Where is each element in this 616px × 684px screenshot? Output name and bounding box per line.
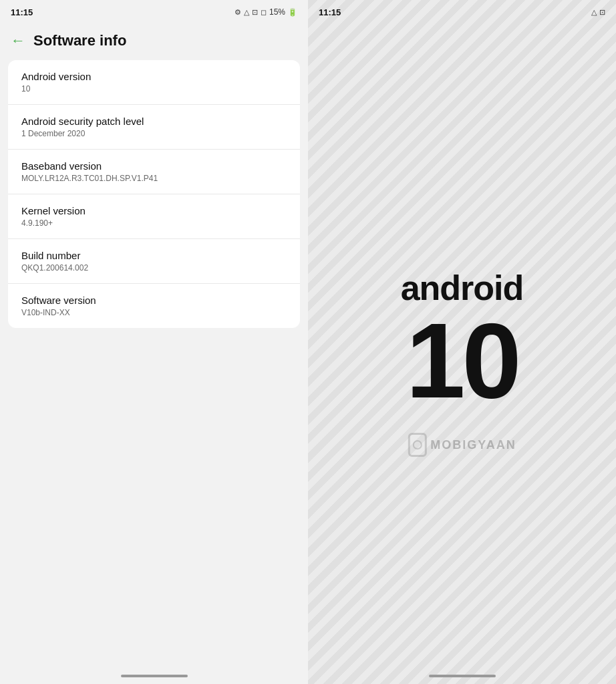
software-version-value: V10b-IND-XX <box>21 308 287 317</box>
watermark-text: MOBIGYAAN <box>430 438 516 452</box>
status-bar-right: 11:15 △ ⊡ <box>308 0 616 24</box>
battery-indicator: 15% <box>269 7 285 17</box>
status-bar-left: 11:15 ⚙ △ ⊡ ◻ 15% 🔋 <box>0 0 308 24</box>
kernel-version-item[interactable]: Kernel version 4.9.190+ <box>8 194 300 239</box>
android-version-value: 10 <box>21 84 287 94</box>
home-indicator-left[interactable] <box>121 675 188 677</box>
build-number-label: Build number <box>21 250 287 261</box>
status-icons-right: △ ⊡ <box>591 8 605 17</box>
watermark: MOBIGYAAN <box>408 433 516 457</box>
page-title: Software info <box>33 32 126 49</box>
right-panel: 11:15 △ ⊡ android 10 MOBIGYAAN <box>308 0 616 684</box>
build-number-item[interactable]: Build number QKQ1.200614.002 <box>8 239 300 284</box>
build-number-value: QKQ1.200614.002 <box>21 263 287 273</box>
right-warning-icon: △ <box>591 8 597 17</box>
android-version-label: Android version <box>21 71 287 82</box>
baseband-version-item[interactable]: Baseband version MOLY.LR12A.R3.TC01.DH.S… <box>8 150 300 194</box>
kernel-version-label: Kernel version <box>21 205 287 216</box>
status-time-left: 11:15 <box>11 7 33 17</box>
left-panel: 11:15 ⚙ △ ⊡ ◻ 15% 🔋 ← Software info Andr… <box>0 0 308 684</box>
security-patch-value: 1 December 2020 <box>21 129 287 138</box>
android-version-number: 10 <box>401 308 524 415</box>
home-indicator-right[interactable] <box>429 675 496 677</box>
software-version-label: Software version <box>21 295 287 306</box>
warning-icon: △ <box>244 8 249 17</box>
status-icons-left: ⚙ △ ⊡ ◻ 15% 🔋 <box>235 7 297 17</box>
back-button[interactable]: ← <box>11 32 25 49</box>
security-patch-label: Android security patch level <box>21 116 287 127</box>
page-header: ← Software info <box>0 24 308 60</box>
nfc-icon: ◻ <box>261 8 267 17</box>
security-patch-item[interactable]: Android security patch level 1 December … <box>8 105 300 150</box>
info-card: Android version 10 Android security patc… <box>8 60 300 328</box>
battery-icon: 🔋 <box>288 8 297 17</box>
android-version-item[interactable]: Android version 10 <box>8 60 300 105</box>
right-screenshot-icon: ⊡ <box>599 8 605 17</box>
status-time-right: 11:15 <box>319 7 341 17</box>
software-version-item[interactable]: Software version V10b-IND-XX <box>8 284 300 328</box>
screenshot-icon: ⊡ <box>252 8 258 17</box>
baseband-version-value: MOLY.LR12A.R3.TC01.DH.SP.V1.P41 <box>21 174 287 183</box>
watermark-phone-icon <box>408 433 426 457</box>
kernel-version-value: 4.9.190+ <box>21 218 287 228</box>
settings-icon: ⚙ <box>235 8 241 17</box>
android-brand: android 10 <box>401 269 524 414</box>
baseband-version-label: Baseband version <box>21 160 287 172</box>
